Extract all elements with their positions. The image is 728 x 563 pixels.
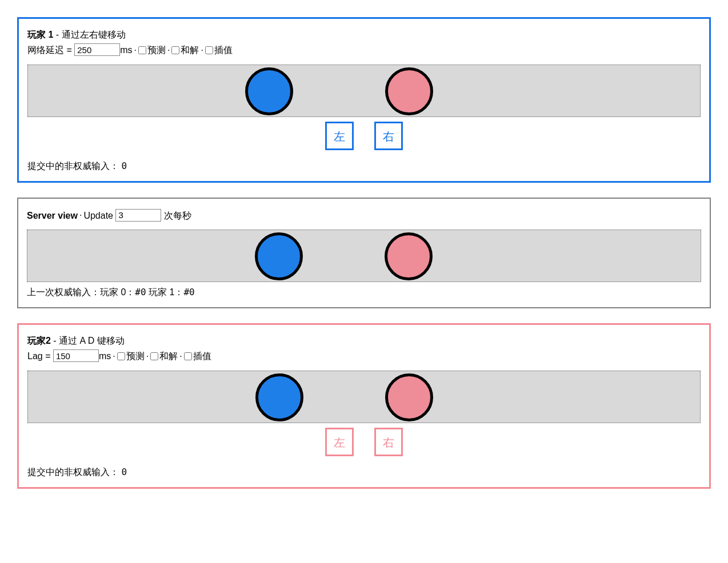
player2-button-row: 左 右 [27,428,701,456]
server-ball-red [385,232,433,280]
player1-status: 提交中的非权威输入： 0 [27,160,701,172]
player1-prediction-checkbox[interactable] [138,46,146,54]
player2-subtitle: - 通过 A D 键移动 [51,336,125,345]
server-update-input[interactable] [115,209,161,222]
player2-interp-label: 插值 [193,351,211,361]
separator-icon: · [179,351,182,361]
separator-icon: · [201,45,203,55]
player1-prediction-label: 预测 [147,45,166,55]
player1-title: 玩家 1 [27,30,53,39]
player1-ball-red [385,67,433,115]
player1-options: 网络延迟 = ms · 预测 · 和解 · 插值 [27,43,701,57]
player2-prediction-label: 预测 [126,351,145,361]
server-p1-tag: #0 [183,287,194,297]
separator-icon: · [134,45,137,55]
player2-reconcile-checkbox[interactable] [150,352,158,360]
separator-icon: · [113,351,115,361]
player1-status-label: 提交中的非权威输入： [27,161,119,171]
server-status-prefix: 上一次权威输入：玩家 0： [27,287,135,297]
server-rate-label: 次每秒 [164,210,191,220]
player2-arena [27,371,701,423]
server-ball-blue [255,232,303,280]
player2-lag-input[interactable] [53,349,99,362]
player2-status-value: 0 [121,467,127,477]
player2-right-button[interactable]: 右 [374,428,403,456]
player1-left-button[interactable]: 左 [325,122,354,150]
player1-subtitle: - 通过左右键移动 [53,30,125,39]
player1-interp-checkbox[interactable] [205,46,213,54]
player2-title: 玩家2 [27,336,51,345]
player1-ms-label: ms [120,45,132,55]
server-header: Server view · Update 次每秒 [27,209,701,222]
player1-reconcile-checkbox[interactable] [171,46,179,54]
player2-prediction-checkbox[interactable] [117,352,125,360]
player2-status: 提交中的非权威输入： 0 [27,467,701,478]
separator-icon: · [167,45,170,55]
player2-status-label: 提交中的非权威输入： [27,467,119,477]
player1-header: 玩家 1 - 通过左右键移动 [27,29,701,41]
server-status: 上一次权威输入：玩家 0：#0 玩家 1：#0 [27,287,701,299]
player2-header: 玩家2 - 通过 A D 键移动 [27,335,701,347]
server-p0-tag: #0 [135,287,146,297]
player1-ball-blue [245,67,293,115]
server-panel: Server view · Update 次每秒 上一次权威输入：玩家 0：#0… [17,198,711,309]
player1-lag-input[interactable] [74,43,120,56]
separator-icon: · [146,351,149,361]
player2-ms-label: ms [99,351,111,361]
player1-reconcile-label: 和解 [181,45,199,55]
player2-left-button[interactable]: 左 [325,428,354,456]
player1-lag-label: 网络延迟 = [27,45,74,55]
player2-reconcile-label: 和解 [159,351,178,361]
player2-ball-blue [255,373,303,421]
server-arena [27,230,701,282]
server-title: Server view [27,210,78,220]
player1-panel: 玩家 1 - 通过左右键移动 网络延迟 = ms · 预测 · 和解 · 插值 … [17,17,711,183]
separator-icon: · [79,210,82,220]
player2-ball-red [385,373,433,421]
player1-button-row: 左 右 [27,122,701,150]
player1-right-button[interactable]: 右 [374,122,403,150]
server-update-label: Update [83,210,113,220]
player2-lag-label: Lag = [27,351,53,361]
player2-interp-checkbox[interactable] [184,352,192,360]
player1-status-value: 0 [121,160,127,171]
player1-interp-label: 插值 [214,45,233,55]
player1-arena [27,65,701,117]
server-mid-label: 玩家 1： [146,287,184,297]
player2-panel: 玩家2 - 通过 A D 键移动 Lag = ms · 预测 · 和解 · 插值… [17,323,711,489]
player2-options: Lag = ms · 预测 · 和解 · 插值 [27,349,701,363]
